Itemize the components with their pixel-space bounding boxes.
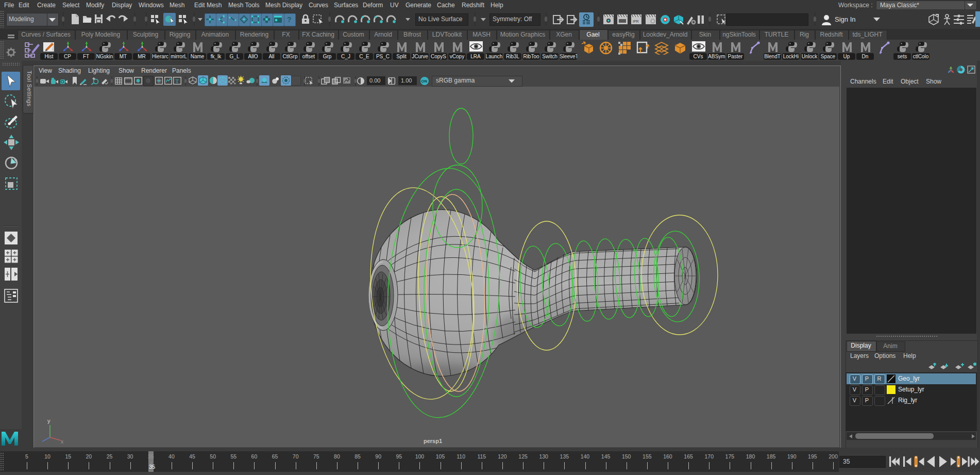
svg-text:ON: ON xyxy=(421,79,427,84)
svg-text:x: x xyxy=(61,439,63,444)
svg-text:IPR: IPR xyxy=(633,20,639,23)
svg-text:y: y xyxy=(47,418,50,424)
svg-text:T: T xyxy=(176,78,179,84)
svg-text:?: ? xyxy=(287,15,292,24)
